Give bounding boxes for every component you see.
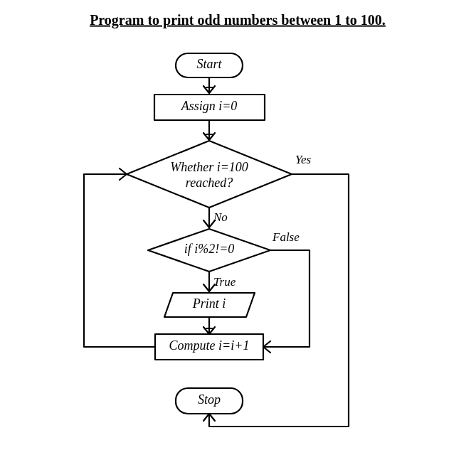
edge-loopback [84,174,155,347]
stop-label: Stop [198,392,221,407]
edge-yes-label: Yes [295,153,311,166]
diagram-title: Program to print odd numbers between 1 t… [90,12,386,28]
check100-label-1: Whether i=100 [170,160,248,174]
print-label: Print i [192,296,226,311]
edge-false-path [263,250,310,347]
check100-label-2: reached? [186,176,233,190]
start-label: Start [196,57,222,71]
inc-label: Compute i=i+1 [169,338,250,353]
assign-label: Assign i=0 [181,99,238,113]
edge-false-label: False [272,230,300,244]
edge-true-label: True [213,275,236,289]
edge-no-label: No [213,210,228,224]
mod-label: if i%2!=0 [184,242,235,256]
